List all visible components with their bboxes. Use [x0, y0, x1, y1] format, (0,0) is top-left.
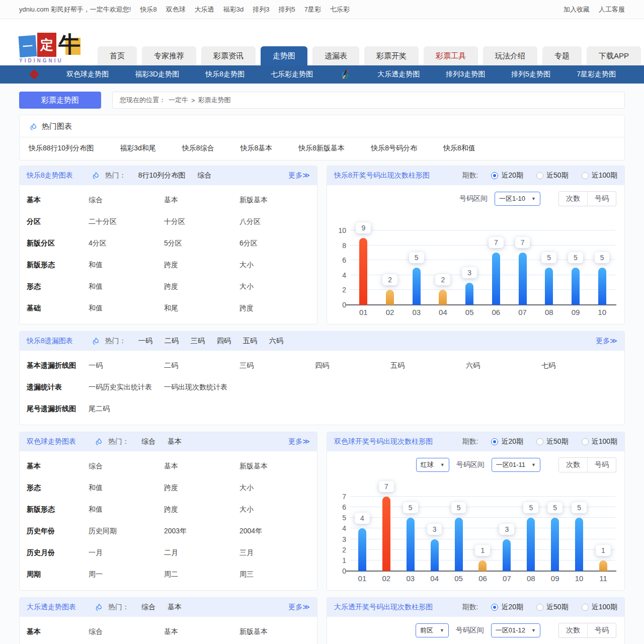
row-link[interactable]: 一月 — [89, 548, 164, 557]
row-link[interactable]: 大小 — [239, 282, 315, 291]
tab-彩票开奖[interactable]: 彩票开奖 — [364, 46, 419, 65]
top-lottery-link[interactable]: 排列3 — [253, 5, 269, 14]
top-lottery-link[interactable]: 七乐彩 — [330, 5, 350, 14]
row-link[interactable]: 和值 — [89, 261, 164, 270]
row-link[interactable]: 基本 — [164, 627, 239, 636]
row-link[interactable]: 基本 — [164, 462, 239, 471]
row-link[interactable]: 二十分区 — [89, 217, 164, 226]
top-lottery-link[interactable]: 排列5 — [278, 5, 295, 14]
top-lottery-link[interactable]: 双色球 — [166, 5, 186, 14]
lottery-nav-link[interactable]: 排列5走势图 — [511, 70, 550, 79]
row-link[interactable]: 基本 — [164, 196, 239, 205]
panel-hot-link[interactable]: 综合 — [141, 437, 155, 446]
panel-title-link[interactable]: 双色球走势图表 — [27, 437, 76, 446]
ball-select[interactable]: 红球▼ — [416, 458, 449, 472]
toggle-次数[interactable]: 次数 — [559, 192, 587, 206]
period-radio-近50期[interactable]: 近50期 — [536, 437, 569, 446]
lottery-nav-link[interactable]: 大乐透走势图 — [377, 70, 420, 79]
toggle-号码[interactable]: 号码 — [587, 192, 616, 206]
row-link[interactable]: 一码历史实出统计表 — [89, 383, 164, 392]
panel-hot-link[interactable]: 8行10列分布图 — [138, 171, 185, 180]
row-link[interactable]: 2003年 — [164, 527, 239, 536]
tab-走势图[interactable]: 走势图 — [261, 46, 307, 65]
row-link[interactable]: 三码 — [239, 361, 315, 370]
row-link[interactable]: 综合 — [89, 462, 164, 471]
lottery-nav-link[interactable]: 双色球走势图 — [66, 70, 109, 79]
top-utility-link[interactable]: 加入收藏 — [564, 5, 590, 14]
row-link[interactable]: 跨度 — [164, 484, 239, 493]
row-link[interactable]: 4分区 — [89, 239, 164, 248]
row-link[interactable]: 跨度 — [164, 282, 239, 291]
top-lottery-link[interactable]: 福彩3d — [223, 5, 244, 14]
period-radio-近20期[interactable]: 近20期 — [491, 603, 523, 612]
period-radio-近100期[interactable]: 近100期 — [582, 437, 617, 446]
panel-title-link[interactable]: 快乐8走势图表 — [27, 171, 73, 180]
top-lottery-link[interactable]: 7星彩 — [304, 5, 321, 14]
row-link[interactable]: 二月 — [164, 548, 239, 557]
site-logo[interactable]: 一 定 牛 YIDINGNIU — [19, 31, 80, 63]
row-link[interactable]: 新版基本 — [239, 462, 315, 471]
row-link[interactable]: 和尾 — [164, 304, 239, 313]
row-link[interactable]: 六码 — [466, 361, 541, 370]
row-link[interactable]: 大小 — [239, 505, 315, 514]
panel-hot-link[interactable]: 四码 — [217, 337, 231, 346]
row-link[interactable]: 尾二码 — [89, 405, 164, 414]
row-link[interactable]: 5分区 — [164, 239, 239, 248]
row-link[interactable]: 新版基本 — [239, 196, 315, 205]
panel-hot-link[interactable]: 一码 — [138, 337, 152, 346]
lottery-nav-link[interactable]: 福彩3D走势图 — [135, 70, 179, 79]
hot-chart-link[interactable]: 快乐8号码分布 — [371, 144, 417, 153]
period-radio-近20期[interactable]: 近20期 — [491, 437, 523, 446]
panel-hot-link[interactable]: 二码 — [165, 337, 179, 346]
lottery-nav-link[interactable]: 七乐彩走势图 — [271, 70, 313, 79]
row-link[interactable]: 五码 — [390, 361, 466, 370]
row-link[interactable]: 周三 — [239, 570, 315, 579]
hot-chart-link[interactable]: 快乐8综合 — [182, 144, 214, 153]
panel-hot-link[interactable]: 综合 — [141, 603, 155, 612]
row-link[interactable]: 跨度 — [164, 261, 239, 270]
top-utility-link[interactable]: 人工客服 — [599, 5, 625, 14]
panel-title-link[interactable]: 快乐8遗漏图表 — [27, 337, 73, 346]
row-link[interactable]: 周一 — [89, 570, 164, 579]
more-link[interactable]: 更多≫ — [288, 603, 310, 612]
lottery-nav-link[interactable]: 排列3走势图 — [446, 70, 485, 79]
period-radio-近20期[interactable]: 近20期 — [491, 171, 523, 180]
range-select[interactable]: 一区01-11▼ — [492, 458, 540, 472]
row-link[interactable]: 历史同期 — [89, 527, 164, 536]
tab-专题[interactable]: 专题 — [542, 46, 582, 65]
hot-chart-link[interactable]: 快乐8和值 — [443, 144, 475, 153]
toggle-号码[interactable]: 号码 — [587, 458, 616, 472]
row-link[interactable]: 七码 — [541, 361, 617, 370]
toggle-次数[interactable]: 次数 — [559, 458, 587, 472]
lottery-nav-link[interactable]: 快乐8走势图 — [205, 70, 245, 79]
breadcrumb-current-link[interactable]: 彩票走势图 — [198, 96, 231, 105]
row-link[interactable]: 6分区 — [239, 239, 315, 248]
row-link[interactable]: 八分区 — [239, 217, 315, 226]
tab-首页[interactable]: 首页 — [98, 46, 137, 65]
tab-彩票资讯[interactable]: 彩票资讯 — [201, 46, 256, 65]
panel-hot-link[interactable]: 五码 — [243, 337, 257, 346]
row-link[interactable]: 三月 — [239, 548, 315, 557]
panel-hot-link[interactable]: 六码 — [269, 337, 283, 346]
row-link[interactable]: 和值 — [89, 484, 164, 493]
row-link[interactable]: 大小 — [239, 484, 315, 493]
hot-chart-link[interactable]: 快乐8基本 — [240, 144, 273, 153]
period-radio-近100期[interactable]: 近100期 — [582, 603, 617, 612]
toggle-次数[interactable]: 次数 — [559, 623, 587, 637]
row-link[interactable]: 新版基本 — [239, 627, 315, 636]
tab-彩票工具[interactable]: 彩票工具 — [424, 46, 478, 65]
row-link[interactable]: 周二 — [164, 570, 239, 579]
hot-chart-link[interactable]: 快乐8新版基本 — [298, 144, 345, 153]
row-link[interactable]: 十分区 — [164, 217, 239, 226]
more-link[interactable]: 更多≫ — [288, 437, 310, 446]
hot-chart-link[interactable]: 快乐88行10列分布图 — [29, 144, 94, 153]
range-select[interactable]: 一区1-10▼ — [495, 192, 540, 206]
period-radio-近50期[interactable]: 近50期 — [536, 603, 569, 612]
row-link[interactable]: 一码 — [89, 361, 164, 370]
row-link[interactable]: 和值 — [89, 304, 164, 313]
panel-hot-link[interactable]: 综合 — [197, 171, 211, 180]
row-link[interactable]: 一码出现次数统计表 — [164, 383, 239, 392]
more-link[interactable]: 更多≫ — [288, 171, 310, 180]
row-link[interactable]: 综合 — [89, 627, 164, 636]
ball-select[interactable]: 前区▼ — [416, 623, 449, 637]
